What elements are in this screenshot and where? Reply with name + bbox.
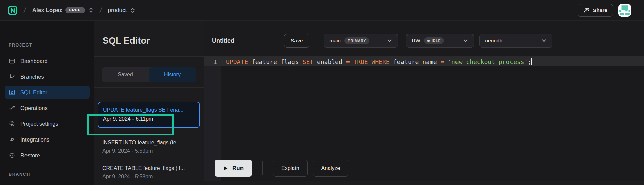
neon-logo-icon[interactable] bbox=[8, 5, 18, 15]
code-line-1[interactable]: 1 UPDATE feature_flags SET enabled = TRU… bbox=[204, 57, 644, 66]
chevron-down-icon bbox=[541, 38, 547, 43]
share-label: Share bbox=[593, 7, 607, 13]
explain-button[interactable]: Explain bbox=[273, 160, 307, 177]
compute-value: RW bbox=[412, 38, 420, 44]
plan-badge: FREE bbox=[65, 7, 85, 14]
tab-saved[interactable]: Saved bbox=[102, 67, 149, 82]
breadcrumb: / Alex Lopez FREE / product bbox=[8, 5, 136, 15]
idle-status-badge: IDLE bbox=[424, 37, 444, 44]
saved-history-tabs: Saved History bbox=[102, 67, 196, 82]
sidebar-item-branches[interactable]: Branches bbox=[5, 70, 90, 83]
operations-icon bbox=[9, 105, 15, 111]
history-item[interactable]: CREATE TABLE feature_flags ( f... Apr 9,… bbox=[98, 165, 200, 180]
top-bar-actions: Share bbox=[578, 4, 631, 17]
code-editor[interactable]: 1 UPDATE feature_flags SET enabled = TRU… bbox=[204, 57, 644, 185]
sidebar-item-operations[interactable]: Operations bbox=[5, 101, 90, 115]
run-button[interactable]: Run bbox=[215, 160, 252, 177]
action-divider bbox=[262, 161, 263, 175]
sidebar-item-dashboard[interactable]: Dashboard bbox=[5, 54, 90, 68]
chevron-down-icon bbox=[463, 38, 468, 43]
sidebar-item-restore[interactable]: Restore bbox=[5, 149, 90, 162]
history-item-selected[interactable]: UPDATE feature_flags SET ena... Apr 9, 2… bbox=[98, 102, 200, 128]
sidebar: PROJECT Dashboard Branches bbox=[0, 21, 94, 185]
line-number: 1 bbox=[204, 58, 221, 65]
org-name: Alex Lopez bbox=[32, 7, 62, 14]
sidebar-item-integrations[interactable]: Integrations bbox=[5, 133, 90, 146]
query-tab-title: Untitled bbox=[212, 37, 248, 44]
people-icon bbox=[583, 7, 590, 13]
restore-icon bbox=[9, 152, 15, 159]
header-divider bbox=[313, 21, 313, 56]
history-query: CREATE TABLE feature_flags ( f... bbox=[102, 165, 200, 171]
editor-action-bar: Run Explain Analyze bbox=[215, 160, 354, 177]
panel-header: SQL Editor bbox=[94, 21, 204, 57]
chevron-down-icon bbox=[387, 38, 392, 43]
database-value: neondb bbox=[485, 38, 502, 44]
editor-header: Untitled Save main PRIMARY RW IDLE bbox=[204, 21, 644, 57]
chevron-updown-icon bbox=[130, 7, 136, 13]
history-list: UPDATE feature_flags SET ena... Apr 9, 2… bbox=[94, 88, 204, 180]
sidebar-item-label: SQL Editor bbox=[20, 89, 47, 96]
sql-editor-icon bbox=[9, 89, 15, 96]
database-dropdown[interactable]: neondb bbox=[479, 34, 552, 48]
history-timestamp: Apr 9, 2024 - 5:59pm bbox=[102, 148, 200, 154]
avatar[interactable] bbox=[618, 4, 631, 17]
project-selector[interactable]: product bbox=[108, 7, 136, 14]
status-dot-icon bbox=[427, 40, 430, 42]
share-button[interactable]: Share bbox=[578, 4, 613, 17]
neon-console-window: / Alex Lopez FREE / product bbox=[0, 0, 644, 185]
top-bar: / Alex Lopez FREE / product bbox=[0, 0, 644, 21]
breadcrumb-separator: / bbox=[99, 6, 103, 15]
editor-panel: Untitled Save main PRIMARY RW IDLE bbox=[204, 21, 644, 185]
sidebar-item-label: Restore bbox=[20, 152, 40, 159]
sidebar-item-sql-editor[interactable]: SQL Editor bbox=[5, 86, 90, 99]
text-cursor bbox=[531, 58, 532, 65]
sidebar-item-label: Project settings bbox=[20, 121, 58, 127]
analyze-button[interactable]: Analyze bbox=[313, 160, 349, 177]
tab-history[interactable]: History bbox=[149, 67, 196, 82]
sidebar-item-label: Branches bbox=[20, 74, 44, 80]
tabs-container: Saved History bbox=[94, 57, 204, 88]
sidebar-section-branch: BRANCH bbox=[5, 172, 90, 177]
sidebar-item-label: Operations bbox=[20, 105, 48, 111]
history-timestamp: Apr 9, 2024 - 6:11pm bbox=[103, 116, 195, 122]
sql-editor-panel: SQL Editor Saved History UPDATE feature_… bbox=[94, 21, 204, 185]
results-panel-edge[interactable] bbox=[204, 181, 644, 185]
integrations-icon bbox=[9, 136, 15, 143]
sidebar-item-project-settings[interactable]: Project settings bbox=[5, 117, 90, 130]
primary-badge: PRIMARY bbox=[344, 37, 369, 44]
breadcrumb-separator: / bbox=[23, 6, 27, 15]
history-query-link[interactable]: UPDATE feature_flags SET ena... bbox=[103, 107, 195, 113]
history-timestamp: Apr 9, 2024 - 5:58pm bbox=[102, 174, 200, 180]
sidebar-section-project: PROJECT bbox=[5, 43, 90, 48]
sql-statement: UPDATE feature_flags SET enabled = TRUE … bbox=[221, 58, 531, 65]
page-title: SQL Editor bbox=[103, 36, 150, 46]
history-query: INSERT INTO feature_flags (fe... bbox=[102, 140, 200, 146]
play-icon bbox=[223, 166, 228, 171]
branches-icon bbox=[9, 73, 15, 80]
dashboard-icon bbox=[9, 58, 15, 64]
compute-dropdown[interactable]: RW IDLE bbox=[406, 34, 474, 48]
sidebar-item-label: Dashboard bbox=[20, 58, 48, 64]
project-name: product bbox=[108, 7, 127, 14]
main-area: PROJECT Dashboard Branches bbox=[0, 21, 644, 185]
branch-dropdown[interactable]: main PRIMARY bbox=[324, 34, 398, 48]
org-selector[interactable]: Alex Lopez FREE bbox=[32, 7, 94, 14]
chevron-updown-icon bbox=[88, 7, 94, 13]
gear-icon bbox=[9, 120, 15, 127]
history-item[interactable]: INSERT INTO feature_flags (fe... Apr 9, … bbox=[98, 140, 200, 154]
branch-value: main bbox=[329, 38, 341, 44]
sidebar-item-label: Integrations bbox=[20, 136, 49, 143]
save-button[interactable]: Save bbox=[284, 34, 309, 48]
